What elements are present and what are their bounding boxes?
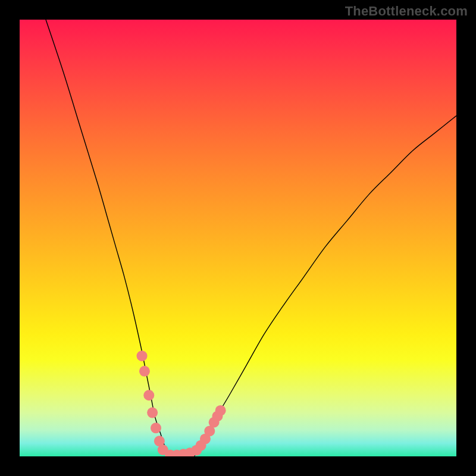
- scatter-point: [143, 390, 154, 400]
- scatter-point: [147, 408, 158, 418]
- watermark-text: TheBottleneck.com: [345, 4, 468, 19]
- curve-right-branch: [195, 115, 456, 456]
- plot-area: [20, 20, 456, 456]
- scatter-point: [139, 366, 150, 377]
- curves-layer: [20, 20, 456, 456]
- scatter-series-group: [137, 350, 226, 456]
- line-series-group: [46, 20, 456, 456]
- scatter-point: [151, 422, 161, 433]
- scatter-point: [215, 405, 226, 416]
- chart-frame: TheBottleneck.com: [0, 0, 476, 476]
- scatter-point: [137, 350, 148, 361]
